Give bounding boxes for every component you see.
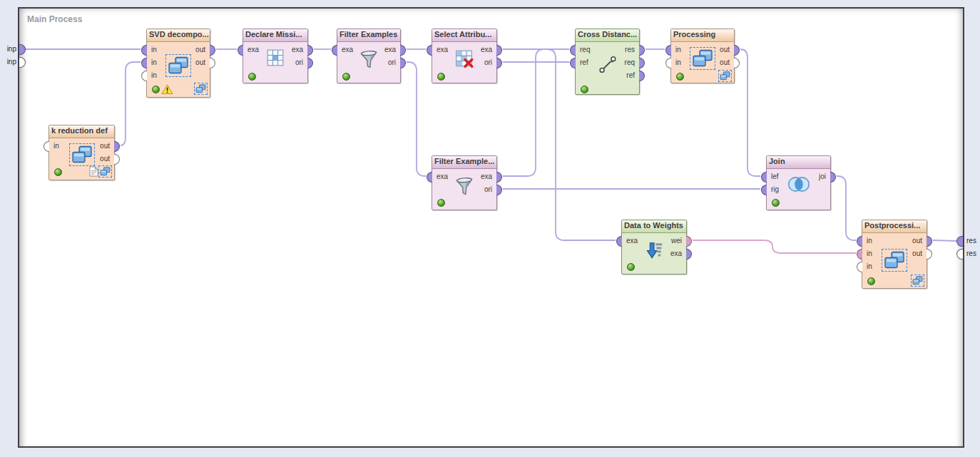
operator-dtw[interactable]: Data to Weightsexaweiexa bbox=[621, 220, 687, 274]
input-port-in[interactable] bbox=[141, 58, 147, 68]
connection-wire[interactable] bbox=[121, 62, 141, 145]
port-label: exa bbox=[481, 172, 492, 181]
input-port-in[interactable] bbox=[665, 45, 671, 56]
connection-wire[interactable] bbox=[503, 49, 569, 176]
input-port-in[interactable] bbox=[44, 141, 49, 152]
operator-header: Processing bbox=[671, 29, 734, 42]
port-label: out bbox=[195, 45, 205, 54]
operator-title: Join bbox=[769, 157, 785, 165]
port-label: exa bbox=[626, 236, 638, 245]
subprocess-icon bbox=[165, 54, 191, 77]
operator-select[interactable]: Select Attribu...exaexaori bbox=[432, 29, 497, 83]
operator-join[interactable]: Joinlefrigjoi bbox=[766, 155, 831, 210]
port-label: in bbox=[675, 45, 681, 54]
operator-declare[interactable]: Declare Missi...exaexaori bbox=[243, 29, 308, 83]
operator-title: Declare Missi... bbox=[245, 30, 302, 38]
operator-title: Select Attribu... bbox=[434, 30, 491, 38]
input-port-rig[interactable] bbox=[761, 185, 767, 195]
operator-kreduction[interactable]: k reduction definoutout bbox=[49, 125, 115, 180]
operator-cross[interactable]: Cross Distanc...reqrefresreqref bbox=[575, 29, 640, 95]
input-port-in[interactable] bbox=[141, 71, 147, 81]
port-label: in bbox=[675, 58, 681, 67]
input-port-ref[interactable] bbox=[570, 58, 576, 68]
operator-svd[interactable]: SVD decompo...inininoutout bbox=[146, 29, 210, 98]
connection-wire[interactable] bbox=[693, 240, 856, 253]
process-editor: Main Process SVD decompo...inininoutoutD… bbox=[0, 0, 980, 457]
port-label: exa bbox=[384, 45, 396, 54]
input-port-in[interactable] bbox=[857, 236, 862, 247]
port-label: out bbox=[720, 58, 730, 67]
connection-wire[interactable] bbox=[740, 49, 760, 176]
status-ok-dot bbox=[248, 73, 256, 81]
status-ok-dot bbox=[437, 73, 445, 81]
subprocess-mini-icon[interactable] bbox=[718, 70, 732, 82]
edge-port-label: inp bbox=[1, 57, 16, 67]
input-port-exa[interactable] bbox=[427, 45, 432, 56]
port-label: ori bbox=[484, 185, 492, 194]
operator-header: Data to Weights bbox=[622, 220, 686, 233]
subprocess-icon bbox=[69, 143, 95, 166]
status-ok-dot bbox=[867, 277, 875, 285]
port-label: exa bbox=[342, 45, 353, 54]
port-label: in bbox=[867, 262, 872, 271]
connection-wire[interactable] bbox=[407, 62, 426, 176]
port-label: exa bbox=[481, 45, 492, 54]
port-label: ref bbox=[580, 58, 588, 67]
operator-processing[interactable]: Processingininoutout bbox=[670, 29, 735, 83]
funnel-icon bbox=[359, 50, 379, 70]
operator-filter1[interactable]: Filter Examplesexaexaori bbox=[337, 29, 401, 83]
operator-filter2[interactable]: Filter Example...exaexaori bbox=[432, 155, 497, 210]
input-port-exa[interactable] bbox=[238, 45, 243, 56]
status-ok-dot bbox=[342, 73, 350, 81]
input-port-exa[interactable] bbox=[616, 236, 622, 247]
input-port-in[interactable] bbox=[857, 262, 862, 272]
input-port-in[interactable] bbox=[141, 45, 147, 56]
operator-title: SVD decompo... bbox=[149, 30, 209, 38]
port-label: req bbox=[625, 58, 635, 67]
process-result-port[interactable] bbox=[956, 249, 963, 260]
distance-icon bbox=[598, 55, 617, 74]
subprocess-mini-icon[interactable] bbox=[98, 165, 112, 178]
status-ok-dot bbox=[581, 86, 588, 93]
port-label: ref bbox=[626, 71, 635, 80]
grid-delete-icon bbox=[455, 49, 474, 68]
port-label: rig bbox=[771, 185, 779, 194]
subprocess-mini-icon[interactable] bbox=[911, 274, 924, 287]
operator-header: Filter Examples bbox=[337, 29, 400, 42]
status-ok-dot bbox=[437, 199, 445, 207]
operator-title: Filter Examples bbox=[340, 30, 397, 38]
operator-header: Join bbox=[767, 156, 830, 169]
connection-wire[interactable] bbox=[933, 240, 957, 241]
input-port-exa[interactable] bbox=[427, 172, 432, 183]
operator-header: Declare Missi... bbox=[243, 29, 307, 42]
port-label: out bbox=[100, 154, 110, 163]
port-label: out bbox=[720, 45, 730, 54]
port-label: in bbox=[867, 249, 872, 258]
input-port-req[interactable] bbox=[570, 45, 576, 56]
warning-icon bbox=[161, 84, 173, 95]
port-label: exa bbox=[670, 249, 682, 258]
port-label: res bbox=[625, 45, 635, 54]
port-label: in bbox=[867, 236, 872, 245]
operator-title: Data to Weights bbox=[624, 221, 683, 230]
input-port-exa[interactable] bbox=[332, 45, 337, 56]
port-label: out bbox=[195, 58, 205, 67]
connection-wire[interactable] bbox=[837, 176, 856, 240]
funnel-icon bbox=[454, 177, 474, 197]
operator-header: Filter Example... bbox=[432, 156, 496, 169]
operator-header: SVD decompo... bbox=[147, 29, 210, 42]
process-result-port[interactable] bbox=[956, 236, 963, 247]
operator-post[interactable]: Postprocessi...inininoutout bbox=[862, 220, 927, 289]
input-port-in[interactable] bbox=[857, 249, 862, 260]
input-port-lef[interactable] bbox=[761, 172, 767, 183]
input-port-in[interactable] bbox=[665, 58, 671, 68]
edge-port-label: res bbox=[966, 249, 976, 259]
port-label: out bbox=[912, 249, 922, 258]
subprocess-mini-icon[interactable] bbox=[194, 83, 208, 95]
port-label: in bbox=[151, 71, 157, 80]
status-ok-dot bbox=[676, 73, 684, 81]
operator-title: Filter Example... bbox=[434, 157, 494, 165]
port-label: in bbox=[151, 45, 157, 54]
grid-table-icon bbox=[266, 48, 285, 67]
port-label: ori bbox=[388, 58, 396, 67]
